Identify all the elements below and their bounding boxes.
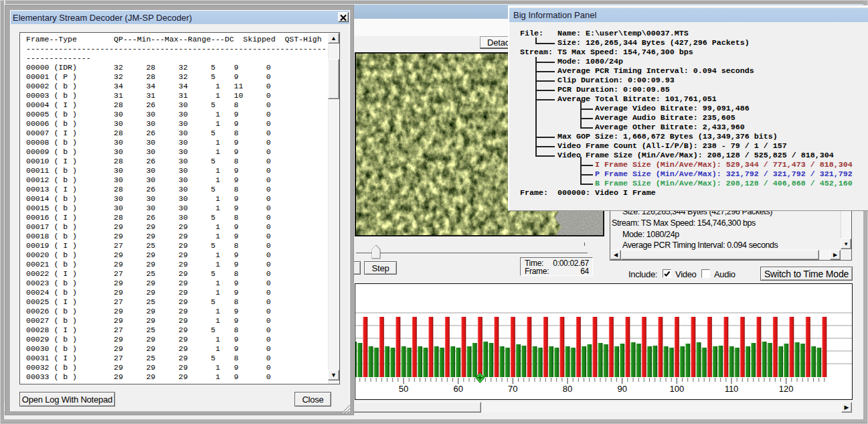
svg-text:90: 90 xyxy=(617,384,626,394)
svg-text:50: 50 xyxy=(399,384,408,394)
svg-text:70: 70 xyxy=(508,384,517,394)
svg-text:120: 120 xyxy=(779,384,794,394)
svg-text:60: 60 xyxy=(453,384,462,394)
svg-text:110: 110 xyxy=(725,384,739,394)
svg-text:100: 100 xyxy=(669,384,684,394)
svg-text:80: 80 xyxy=(563,384,572,394)
